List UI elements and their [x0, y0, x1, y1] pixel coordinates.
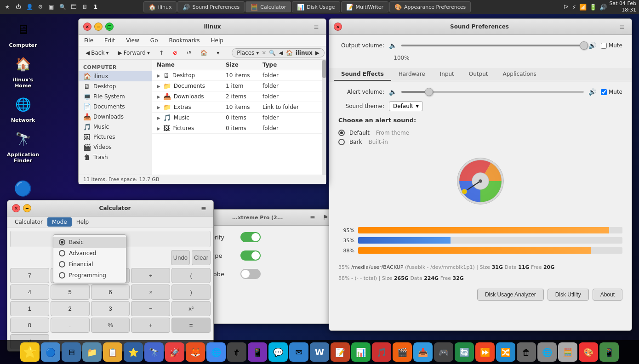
calc-mode-basic[interactable]: Basic: [53, 237, 126, 248]
taskbar-btn-calculator[interactable]: 🧮 Calculator: [245, 1, 291, 12]
sidebar-item-pictures[interactable]: 🖼 Pictures: [79, 132, 152, 142]
dock-video-icon[interactable]: 🎬: [393, 342, 412, 362]
calc-menu-btn[interactable]: ≡: [199, 203, 209, 213]
filemanager-scrollbar-thumb[interactable]: [322, 60, 326, 78]
calc-btn-3[interactable]: 3: [91, 301, 130, 316]
tab-hardware[interactable]: Hardware: [391, 68, 433, 81]
calc-btn-4[interactable]: 4: [10, 284, 49, 300]
dock-docs-icon[interactable]: 📝: [331, 342, 350, 362]
dock-notes-icon[interactable]: 📋: [103, 342, 122, 362]
fm-nav-right-icon[interactable]: ▶: [315, 50, 320, 56]
calc-btn-1[interactable]: 1: [10, 301, 49, 316]
alert-mute-check[interactable]: [601, 89, 607, 95]
flag-icon[interactable]: 🏳: [563, 4, 569, 11]
dock-paint-icon[interactable]: 🎨: [579, 342, 598, 362]
sidebar-item-desktop[interactable]: 🖥 Desktop: [79, 81, 152, 91]
calc-btn-mul[interactable]: ×: [131, 284, 170, 300]
dock-fastforward-icon[interactable]: ⏩: [475, 342, 495, 362]
fm-places-btn[interactable]: Places ▾: [237, 50, 259, 56]
sidebar-item-ilinux[interactable]: 🏠 ilinux: [79, 71, 152, 81]
dock-music-icon[interactable]: 🎵: [372, 342, 391, 362]
volume-low-icon[interactable]: 🔈: [389, 42, 397, 49]
calc-btn-7[interactable]: 7: [10, 268, 49, 283]
dock-vpn-icon[interactable]: 🗡: [227, 342, 246, 362]
star-icon[interactable]: ★: [3, 2, 12, 11]
mw-verify-toggle[interactable]: [240, 232, 261, 242]
calc-close-btn[interactable]: ✕: [12, 204, 20, 212]
calc-btn-pct[interactable]: %: [91, 318, 130, 333]
table-row[interactable]: ▶ 📥 Downloads 2 items folder: [152, 91, 322, 102]
dock-qbittorrent-icon[interactable]: 📥: [413, 342, 433, 362]
dock-launch-icon[interactable]: 🚀: [165, 342, 184, 362]
calc-min-btn[interactable]: −: [23, 204, 31, 212]
fm-location-bar[interactable]: Places ▾ ✕ 🔍 ◀ 🏠 ilinux ▶: [232, 48, 325, 57]
volume-icon[interactable]: 🔊: [599, 4, 607, 11]
fm-header-size[interactable]: Size: [226, 62, 262, 68]
dock-files-icon[interactable]: 📁: [82, 342, 102, 362]
desktop-icon-network[interactable]: 🌐 Network: [5, 93, 41, 123]
fm-nav-left-icon[interactable]: ◀: [279, 50, 283, 56]
fm-up-btn[interactable]: ↑: [156, 48, 167, 57]
screen-icon[interactable]: 🗔: [69, 2, 78, 11]
dock-steam-icon[interactable]: 🎮: [434, 342, 453, 362]
sidebar-item-trash[interactable]: 🗑 Trash: [79, 152, 152, 162]
dock-timeshift-icon[interactable]: 🔄: [455, 342, 474, 362]
dock-viber-icon[interactable]: 📱: [248, 342, 267, 362]
settings-icon[interactable]: ⚙: [36, 2, 45, 11]
calc-mode-financial[interactable]: Financial: [53, 259, 126, 270]
window-icon[interactable]: ▣: [47, 2, 56, 11]
sidebar-item-downloads[interactable]: 📥 Downloads: [79, 112, 152, 122]
volume-high-icon[interactable]: 🔊: [588, 42, 596, 49]
fm-forward-btn[interactable]: ▶ Forward ▾: [114, 48, 153, 57]
dock-device-icon[interactable]: 📱: [599, 342, 619, 362]
table-row[interactable]: ▶ 📁 Extras 10 items Link to folder: [152, 102, 322, 113]
fm-home-btn[interactable]: 🏠: [197, 48, 211, 57]
calc-menu-mode[interactable]: Mode: [47, 217, 72, 227]
fm-menu-bookmarks[interactable]: Bookmarks: [167, 36, 201, 45]
dock-calc-icon[interactable]: 🧮: [558, 342, 577, 362]
fm-header-type[interactable]: Type: [262, 62, 318, 68]
fm-refresh-btn[interactable]: ↺: [183, 48, 194, 57]
fm-stop-btn[interactable]: ⊘: [170, 48, 181, 57]
mute-check-input[interactable]: [601, 43, 607, 49]
mw-menu-btn[interactable]: ≡: [308, 212, 318, 222]
desktop-icon-toggle[interactable]: 🔵: [5, 177, 41, 199]
calc-menu-help[interactable]: Help: [72, 217, 93, 227]
tab-input[interactable]: Input: [433, 68, 462, 81]
disk-menu-btn[interactable]: ≡: [617, 22, 627, 32]
disk-close-btn[interactable]: ✕: [334, 23, 342, 31]
dock-finder-icon[interactable]: 🔭: [144, 342, 164, 362]
taskbar-btn-multiwriter[interactable]: 📝 MultiWriter: [341, 1, 388, 12]
dock-xfce-icon[interactable]: 🔵: [41, 342, 60, 362]
mute-checkbox[interactable]: Mute: [601, 42, 622, 49]
dock-star2-icon[interactable]: ⭐: [124, 342, 143, 362]
tab-applications[interactable]: Applications: [496, 68, 544, 81]
taskbar-btn-filemanager[interactable]: 🏠 ilinux: [143, 1, 177, 12]
sidebar-item-documents[interactable]: 📄 Documents: [79, 102, 152, 112]
disk-utility-btn[interactable]: Disk Utility: [548, 289, 589, 301]
dock-star-icon[interactable]: ⭐: [20, 342, 40, 362]
output-volume-slider[interactable]: [401, 45, 584, 46]
dock-firefox-icon[interactable]: 🦊: [186, 342, 205, 362]
table-row[interactable]: ▶ 🎵 Music 0 items folder: [152, 113, 322, 123]
dock-chrome-icon[interactable]: 🌐: [206, 342, 226, 362]
sidebar-item-videos[interactable]: 🎬 Videos: [79, 142, 152, 152]
search-icon[interactable]: 🔍: [58, 2, 67, 11]
desktop-icon-home[interactable]: 🏠 ilinux's Home: [5, 53, 41, 89]
calc-btn-div[interactable]: ÷: [131, 268, 170, 283]
dock-mail-icon[interactable]: ✉: [289, 342, 308, 362]
dock-desktop-icon[interactable]: 🖥: [62, 342, 81, 362]
sidebar-item-music[interactable]: 🎵 Music: [79, 122, 152, 132]
calc-mode-advanced[interactable]: Advanced: [53, 248, 126, 259]
user-icon[interactable]: 👤: [25, 2, 34, 11]
filemanager-min-btn[interactable]: −: [94, 23, 103, 31]
disk-about-btn[interactable]: About: [593, 289, 622, 301]
calc-menu-calculator[interactable]: Calculator: [10, 217, 47, 227]
wifi-icon[interactable]: 📶: [579, 4, 587, 11]
monitor-icon[interactable]: 🖥: [80, 2, 89, 11]
alert-vol-low-icon[interactable]: 🔈: [389, 88, 397, 96]
taskbar-btn-disk[interactable]: 📊 Disk Usage: [292, 1, 340, 12]
fm-menu-go[interactable]: Go: [148, 36, 160, 45]
calc-btn-0[interactable]: 0: [10, 318, 49, 333]
power-icon[interactable]: ⏻: [14, 2, 23, 11]
